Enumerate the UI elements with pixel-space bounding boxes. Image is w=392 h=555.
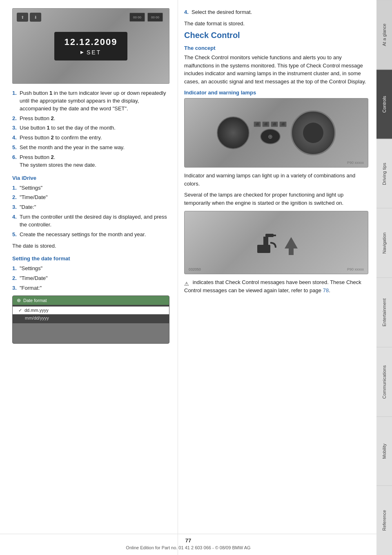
list-item: 3. "Format:" xyxy=(12,284,169,292)
cc-messages-text: indicates that Check Control messages ha… xyxy=(184,278,368,294)
setting-date-format-heading: Setting the date format xyxy=(12,255,169,262)
date-display-image: ⬆ ⬇ 00 00 00 00 12.12.2009 SET xyxy=(12,8,169,84)
left-column: ⬆ ⬇ 00 00 00 00 12.12.2009 SET 1. Push b… xyxy=(0,0,178,555)
svg-rect-0 xyxy=(257,245,270,253)
display-block-1: 00 00 xyxy=(129,13,145,22)
date-value: 12.12.2009 xyxy=(64,37,117,47)
set-label: SET xyxy=(64,49,117,56)
center-cluster: ⬛ ⬛ ⬛ ⬛ ⊕ xyxy=(254,121,287,144)
date-format-mm-dd-yyyy: mm/dd/yyyy xyxy=(13,314,169,322)
warning-row-1: ⬛ ⬛ ⬛ ⬛ xyxy=(254,121,287,127)
arrow-up-indicator xyxy=(285,237,298,255)
center-dial: ⊕ xyxy=(260,129,281,144)
up-arrow-shape xyxy=(285,237,298,248)
the-concept-text: The Check Control monitors vehicle funct… xyxy=(184,54,368,85)
list-item: 6. Press button 2.The system stores the … xyxy=(12,154,169,169)
list-item: 3. "Date:" xyxy=(12,204,169,211)
date-display-value: 12.12.2009 SET xyxy=(54,32,127,60)
display-block-2: 00 00 xyxy=(147,13,163,22)
image-ref-2: P90 xxxxx xyxy=(347,267,364,271)
list-item: 1. Push button 1 in the turn indicator l… xyxy=(12,90,169,113)
date-stored-text: The date is stored. xyxy=(12,242,169,250)
footer: 77 Online Edition for Part no. 01 41 2 6… xyxy=(0,534,376,550)
date-format-header: Date format xyxy=(13,296,169,305)
sidebar-tab-controls[interactable]: Controls xyxy=(376,69,392,139)
list-item: 5. Create the necessary settings for the… xyxy=(12,231,169,239)
date-format-dd-mm-yyyy: dd.mm.yyyy xyxy=(13,307,169,314)
sidebar-tab-navigation[interactable]: Navigation xyxy=(376,208,392,278)
oil-can-icon xyxy=(255,231,280,255)
via-idrive-heading: Via iDrive xyxy=(12,175,169,181)
svg-rect-1 xyxy=(263,237,268,246)
list-item: 4. Turn the controller until the desired… xyxy=(12,213,169,229)
instrument-cluster-image: ⬛ ⬛ ⬛ ⬛ ⊕ P90 xxxxx xyxy=(184,98,368,168)
display-controls: ⬆ ⬇ xyxy=(17,13,41,22)
sidebar-tab-communications[interactable]: Communications xyxy=(376,347,392,416)
setting-date-steps-list: 1. "Settings" 2. "Time/Date" 3. "Format:… xyxy=(12,265,169,292)
date-format-image: Date format dd.mm.yyyy mm/dd/yyyy xyxy=(12,295,169,344)
footer-text: Online Edition for Part no. 01 41 2 603 … xyxy=(0,545,376,550)
date-format-stored-text: The date format is stored. xyxy=(184,20,368,28)
left-gauge xyxy=(217,116,249,149)
main-steps-list: 1. Push button 1 in the turn indicator l… xyxy=(12,90,169,169)
svg-rect-2 xyxy=(265,234,274,237)
warning-icon-3: ⬛ xyxy=(271,121,278,127)
warning-icon-4: ⬛ xyxy=(279,121,287,127)
oil-can-group xyxy=(255,231,298,255)
page-number: 77 xyxy=(0,537,376,544)
warning-icon-1: ⬛ xyxy=(254,121,261,127)
right-gauge xyxy=(291,110,336,155)
indicator-text2: Several of the lamps are checked for pro… xyxy=(184,191,368,207)
warning-triangle-icon xyxy=(184,280,190,286)
sidebar: At a glance Controls Driving tips Naviga… xyxy=(376,0,392,555)
ctrl-icon-1: ⬆ xyxy=(17,13,28,22)
list-item: 3. Use button 1 to set the day of the mo… xyxy=(12,124,169,132)
sidebar-tab-entertainment[interactable]: Entertainment xyxy=(376,278,392,347)
image-ref-1: P90 xxxxx xyxy=(347,161,364,165)
page-ref-link[interactable]: 78 xyxy=(323,287,329,293)
svg-rect-3 xyxy=(273,235,276,236)
list-item: 4. Press button 2 to confirm the entry. xyxy=(12,134,169,142)
ctrl-icon-2: ⬇ xyxy=(30,13,41,22)
warning-icon-2: ⬛ xyxy=(262,121,270,127)
the-concept-heading: The concept xyxy=(184,45,368,51)
list-item: 2. "Time/Date" xyxy=(12,275,169,282)
list-item: 1. "Settings" xyxy=(12,184,169,192)
indicator-text1: Indicator and warning lamps can light up… xyxy=(184,172,368,188)
sidebar-tab-mobility[interactable]: Mobility xyxy=(376,416,392,486)
arrow-stem xyxy=(289,248,294,255)
right-column: 4. Select the desired format. The date f… xyxy=(178,0,376,555)
oil-can-image: 032050 P90 xxxxx xyxy=(184,211,368,274)
oil-image-number: 032050 xyxy=(189,267,201,271)
sidebar-tab-driving-tips[interactable]: Driving tips xyxy=(376,139,392,208)
check-control-title: Check Control xyxy=(184,31,368,40)
step4-text: 4. Select the desired format. xyxy=(184,8,368,16)
gauge-inner xyxy=(303,123,323,143)
list-item: 1. "Settings" xyxy=(12,265,169,273)
list-item: 5. Set the month and the year in the sam… xyxy=(12,144,169,152)
sidebar-tab-reference[interactable]: Reference xyxy=(376,486,392,555)
list-item: 2. "Time/Date" xyxy=(12,194,169,201)
indicator-warning-heading: Indicator and warning lamps xyxy=(184,90,368,96)
date-format-options: dd.mm.yyyy mm/dd/yyyy xyxy=(13,305,169,323)
via-idrive-list: 1. "Settings" 2. "Time/Date" 3. "Date:" … xyxy=(12,184,169,239)
main-content: ⬆ ⬇ 00 00 00 00 12.12.2009 SET 1. Push b… xyxy=(0,0,376,555)
list-item: 2. Press button 2. xyxy=(12,115,169,123)
sidebar-tab-at-a-glance[interactable]: At a glance xyxy=(376,0,392,69)
